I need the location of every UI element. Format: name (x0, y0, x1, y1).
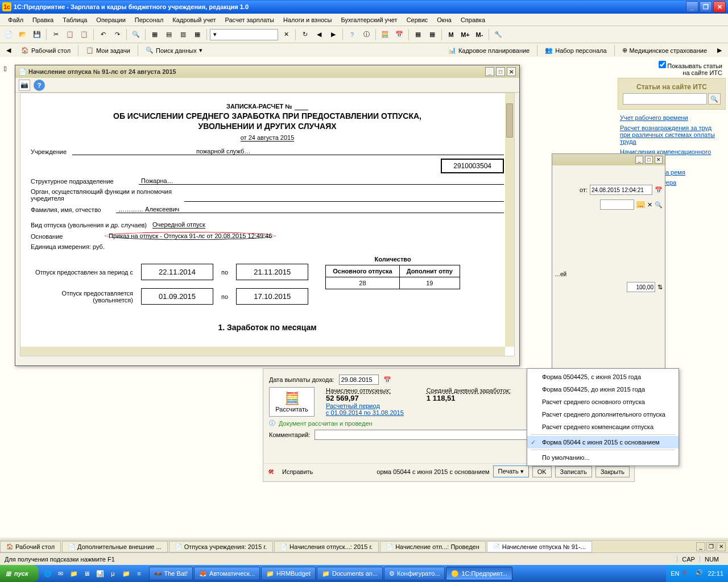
print-menu-item-selected[interactable]: Форма 05044 с июня 2015 с основанием (527, 436, 679, 448)
task-button-active[interactable]: 🟡 1С:Предприят... (446, 567, 512, 580)
minimize-button[interactable]: _ (686, 1, 698, 13)
bg-dots-button[interactable]: ... (636, 201, 645, 208)
tab-external[interactable]: 📄 Дополнительные внешние ... (62, 541, 168, 552)
chevron-right-icon[interactable]: ▶ (713, 44, 726, 57)
help-icon[interactable]: ? (34, 80, 45, 91)
doc-close-button[interactable]: ✕ (507, 67, 516, 76)
ql-icon[interactable]: 📁 (121, 568, 132, 579)
menu-table[interactable]: Таблица (58, 15, 92, 24)
grid-icon[interactable]: ▦ (148, 28, 161, 41)
hscroll[interactable] (20, 347, 505, 356)
its-link[interactable]: Расчет вознаграждения за труд при различ… (620, 124, 723, 145)
ql-icon[interactable]: ≡ (134, 568, 145, 579)
maximize-button[interactable]: ❐ (700, 1, 712, 13)
calendar-icon[interactable]: 📅 (655, 186, 663, 194)
menu-accounting[interactable]: Бухгалтерский учет (337, 15, 402, 24)
panel-icon[interactable]: ▯ (3, 65, 13, 74)
menu-service[interactable]: Сервис (402, 15, 433, 24)
menu-file[interactable]: Файл (3, 15, 28, 24)
tabs-max-icon[interactable]: ❐ (706, 542, 715, 551)
bg-clear-button[interactable]: ✕ (647, 201, 652, 209)
tray-lang[interactable]: EN (671, 570, 679, 577)
save-button[interactable]: Записать (555, 466, 592, 477)
tab-desktop[interactable]: 🏠 Рабочий стол (0, 541, 61, 552)
wrench-icon[interactable]: 🔧 (492, 28, 504, 41)
menu-windows[interactable]: Окна (432, 15, 456, 24)
print-menu-item[interactable]: Расчет среднего основного отпуска (527, 396, 679, 408)
tab-accrual-91[interactable]: 📄 Начисление отпуска № 91-... (487, 541, 592, 552)
calendar-icon[interactable]: 📅 (383, 376, 391, 384)
payout-date-input[interactable] (339, 375, 379, 385)
close-button[interactable]: ✕ (713, 1, 726, 13)
cut-icon[interactable]: ✂ (49, 28, 62, 41)
task-button[interactable]: 🦇 The Bat! (149, 567, 193, 580)
hrplan-button[interactable]: 📊 Кадровое планирование (444, 45, 533, 56)
spinner-icon[interactable]: ⇅ (657, 284, 663, 291)
m-plus-button[interactable]: M+ (459, 28, 471, 41)
menu-payroll[interactable]: Расчет зарплаты (220, 15, 279, 24)
find-icon[interactable]: 🔍 (130, 28, 142, 41)
redo-icon[interactable]: ↷ (111, 28, 123, 41)
print-button[interactable]: Печать ▾ (493, 465, 529, 477)
calc-icon[interactable]: 🧮 (379, 28, 391, 41)
bg-max-icon[interactable]: □ (645, 156, 653, 164)
table2-icon[interactable]: ▦ (426, 28, 439, 41)
zoom-combo[interactable]: ▾ (210, 29, 278, 40)
close-button[interactable]: Закрыть (595, 466, 630, 477)
tabs-close-icon[interactable]: ✕ (717, 542, 726, 551)
nav-back-icon[interactable]: ◀ (313, 28, 325, 41)
save-icon[interactable]: 💾 (31, 28, 43, 41)
its-search-input[interactable] (623, 93, 707, 105)
fix-button[interactable]: Исправить (278, 467, 317, 477)
tabs-min-icon[interactable]: _ (696, 542, 705, 551)
searchdata-button[interactable]: 🔍 Поиск данных ▾ (142, 45, 206, 56)
chevron-left-icon[interactable]: ◀ (2, 44, 15, 57)
borders-icon[interactable]: ▦ (191, 28, 204, 41)
task-button[interactable]: 🦊 Автоматическ... (194, 567, 260, 580)
m-button[interactable]: M (445, 28, 457, 41)
task-button[interactable]: 📁 Documents an... (317, 567, 383, 580)
show-articles-checkbox[interactable]: Показывать статьи на сайте ИТС (618, 59, 726, 78)
mytasks-button[interactable]: 📋 Мои задачи (82, 45, 134, 56)
menu-edit[interactable]: Правка (28, 15, 58, 24)
task-button[interactable]: ⚙ Конфигурато... (384, 567, 445, 580)
new-icon[interactable]: 📄 (2, 28, 15, 41)
tab-leaves[interactable]: 📄 Отпуска учреждения: 2015 г. (169, 541, 273, 552)
clear-icon[interactable]: ✕ (280, 28, 292, 41)
doc-min-button[interactable]: _ (485, 67, 494, 76)
open-icon[interactable]: 📂 (16, 28, 29, 41)
bg-close-icon[interactable]: ✕ (655, 156, 663, 164)
medical-button[interactable]: ⊕ Медицинское страхование (618, 45, 711, 56)
info-icon[interactable]: ⓘ (360, 28, 373, 41)
menu-help[interactable]: Справка (456, 15, 490, 24)
its-search-button[interactable]: 🔍 (708, 93, 721, 105)
refresh-icon[interactable]: ↻ (299, 28, 311, 41)
ok-button[interactable]: OK (532, 466, 552, 477)
its-link[interactable]: Учет рабочего времени (620, 114, 723, 121)
col-icon[interactable]: ▥ (177, 28, 189, 41)
tray-av-icon[interactable]: K (682, 569, 692, 578)
print-menu-item[interactable]: Форма 0504425, с июня 2015 года (527, 371, 679, 383)
menu-personnel[interactable]: Персонал (130, 15, 168, 24)
camera-icon[interactable]: 📷 (19, 80, 30, 91)
calendar-icon[interactable]: 📅 (393, 28, 406, 41)
print-menu-default[interactable]: По умолчанию... (527, 451, 679, 464)
copy-icon[interactable]: 📋 (64, 28, 76, 41)
menu-hr[interactable]: Кадровый учет (168, 15, 220, 24)
ql-icon[interactable]: 📊 (94, 568, 106, 579)
nav-fwd-icon[interactable]: ▶ (327, 28, 340, 41)
calc-period-link[interactable]: Расчетный период (326, 402, 404, 409)
desktop-button[interactable]: 🏠 Рабочий стол (17, 45, 75, 56)
ql-icon[interactable]: 📁 (68, 568, 80, 579)
bg-percent-input[interactable] (627, 282, 655, 292)
doc-window-title[interactable]: 📄 Начисление отпуска № 91-лс от 24 авгус… (15, 65, 519, 78)
print-menu-item[interactable]: Расчет среднего дополнительного отпуска (527, 408, 679, 421)
ql-icon[interactable]: 🌐 (42, 568, 53, 579)
tab-accrual-done[interactable]: 📄 Начисление отп...: Проведен (380, 541, 486, 552)
paste-icon[interactable]: 📋 (78, 28, 90, 41)
recruit-button[interactable]: 👥 Набор персонала (541, 45, 610, 56)
menu-taxes[interactable]: Налоги и взносы (279, 15, 337, 24)
print-menu-item[interactable]: Расчет среднего компенсации отпуска (527, 421, 679, 433)
ql-icon[interactable]: μ (107, 568, 119, 579)
bg-lookup-input[interactable] (600, 199, 634, 210)
